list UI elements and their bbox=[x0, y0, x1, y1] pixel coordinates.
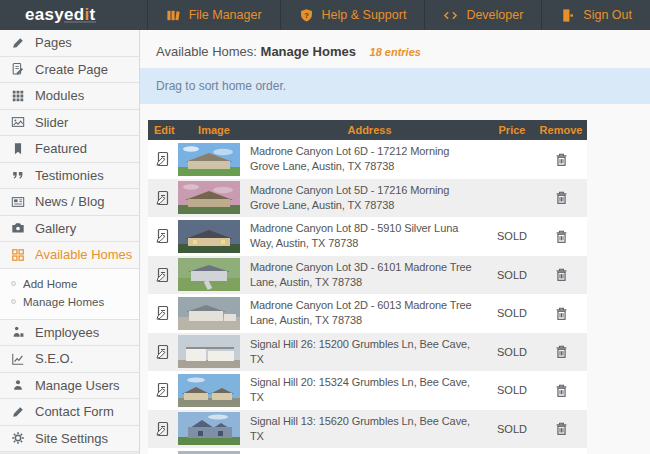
column-address: Address bbox=[250, 124, 489, 136]
sidebar-item-employees[interactable]: Employees bbox=[0, 320, 139, 347]
home-thumbnail[interactable] bbox=[178, 181, 250, 214]
home-thumbnail[interactable] bbox=[178, 412, 250, 445]
edit-icon[interactable] bbox=[155, 267, 171, 283]
page-title: Available Homes: Manage Homes 18 entries bbox=[156, 44, 421, 59]
sidebar-item-manage-users[interactable]: Manage Users bbox=[0, 373, 139, 400]
sidebar-label: Employees bbox=[35, 325, 99, 340]
home-price: SOLD bbox=[489, 423, 535, 435]
home-address: Madrone Canyon Lot 6D - 17212 Morning Gr… bbox=[250, 144, 489, 174]
trash-icon[interactable] bbox=[554, 383, 569, 398]
sidebar-sublabel: Manage Homes bbox=[23, 296, 104, 308]
brand-logo[interactable]: easyedit bbox=[25, 0, 95, 30]
trash-icon[interactable] bbox=[554, 152, 569, 167]
bookmark-icon bbox=[11, 142, 25, 156]
sidebar-item-news-blog[interactable]: News / Blog bbox=[0, 189, 139, 216]
table-row[interactable]: Madrone Canyon Lot 2D - 6013 Madrone Tre… bbox=[148, 294, 587, 333]
home-address: Madrone Canyon Lot 5D - 17216 Morning Gr… bbox=[250, 183, 489, 213]
topnav-label: File Manager bbox=[189, 8, 262, 22]
home-price: SOLD bbox=[489, 307, 535, 319]
trash-icon[interactable] bbox=[554, 421, 569, 436]
trash-icon[interactable] bbox=[554, 267, 569, 282]
trash-icon[interactable] bbox=[554, 344, 569, 359]
user-icon bbox=[11, 378, 25, 392]
sidebar-item-slider[interactable]: Slider bbox=[0, 110, 139, 137]
home-thumbnail[interactable] bbox=[178, 335, 250, 368]
entries-count: 18 entries bbox=[370, 46, 421, 58]
home-price: SOLD bbox=[489, 230, 535, 242]
help-icon: ? bbox=[299, 8, 314, 23]
table-row[interactable] bbox=[148, 448, 587, 454]
drag-sort-notice: Drag to sort home order. bbox=[140, 68, 650, 104]
slider-image-icon bbox=[11, 115, 25, 129]
quotes-icon bbox=[11, 168, 25, 182]
trash-icon[interactable] bbox=[554, 229, 569, 244]
sidebar-item-available-homes[interactable]: Available Homes bbox=[0, 242, 139, 269]
sidebar-label: Modules bbox=[35, 88, 84, 103]
homes-table: Edit Image Address Price Remove Madrone … bbox=[148, 120, 587, 454]
home-thumbnail[interactable] bbox=[178, 220, 250, 253]
trash-icon[interactable] bbox=[554, 190, 569, 205]
topnav-sign-out[interactable]: Sign Out bbox=[541, 0, 650, 30]
topnav-label: Help & Support bbox=[322, 8, 407, 22]
available-homes-submenu: Add Home Manage Homes bbox=[0, 269, 139, 320]
sidebar-label: Gallery bbox=[35, 221, 76, 236]
home-thumbnail[interactable] bbox=[178, 258, 250, 291]
home-address: Signal Hill 13: 15620 Grumbles Ln, Bee C… bbox=[250, 414, 489, 444]
brand-text-right: t bbox=[90, 5, 96, 25]
edit-icon[interactable] bbox=[155, 305, 171, 321]
employee-icon bbox=[11, 325, 25, 339]
topnav-file-manager[interactable]: File Manager bbox=[147, 0, 280, 30]
sidebar-item-create-page[interactable]: Create Page bbox=[0, 57, 139, 84]
table-row[interactable]: Madrone Canyon Lot 6D - 17212 Morning Gr… bbox=[148, 140, 587, 179]
column-price: Price bbox=[489, 124, 535, 136]
edit-icon[interactable] bbox=[155, 344, 171, 360]
table-row[interactable]: Madrone Canyon Lot 3D - 6101 Madrone Tre… bbox=[148, 256, 587, 295]
sidebar-label: Manage Users bbox=[35, 378, 120, 393]
modules-icon bbox=[11, 89, 25, 103]
sidebar-label: Featured bbox=[35, 141, 87, 156]
table-row[interactable]: Madrone Canyon Lot 8D - 5910 Silver Luna… bbox=[148, 217, 587, 256]
sidebar-subitem-manage-homes[interactable]: Manage Homes bbox=[0, 293, 139, 311]
table-row[interactable]: Signal Hill 20: 15324 Grumbles Ln, Bee C… bbox=[148, 371, 587, 410]
topnav-help-support[interactable]: ? Help & Support bbox=[280, 0, 425, 30]
home-thumbnail[interactable] bbox=[178, 143, 250, 176]
sidebar: Pages Create Page Modules Slider Feature… bbox=[0, 30, 140, 454]
column-remove: Remove bbox=[535, 124, 587, 136]
home-thumbnail[interactable] bbox=[178, 374, 250, 407]
sidebar-label: Slider bbox=[35, 115, 68, 130]
sidebar-item-site-settings[interactable]: Site Settings bbox=[0, 426, 139, 453]
sidebar-item-gallery[interactable]: Gallery bbox=[0, 216, 139, 243]
topnav-developer[interactable]: Developer bbox=[424, 0, 541, 30]
sidebar-subitem-add-home[interactable]: Add Home bbox=[0, 275, 139, 293]
sidebar-label: Pages bbox=[35, 35, 72, 50]
main-content: Available Homes: Manage Homes 18 entries… bbox=[140, 30, 650, 454]
create-page-icon bbox=[11, 62, 25, 76]
sidebar-item-pages[interactable]: Pages bbox=[0, 30, 139, 57]
edit-icon[interactable] bbox=[155, 228, 171, 244]
sidebar-item-featured[interactable]: Featured bbox=[0, 136, 139, 163]
sidebar-item-testimonies[interactable]: Testimonies bbox=[0, 163, 139, 190]
table-row[interactable]: Signal Hill 26: 15200 Grumbles Ln, Bee C… bbox=[148, 333, 587, 372]
home-address: Signal Hill 20: 15324 Grumbles Ln, Bee C… bbox=[250, 375, 489, 405]
edit-icon[interactable] bbox=[155, 151, 171, 167]
sidebar-item-modules[interactable]: Modules bbox=[0, 83, 139, 110]
table-row[interactable]: Signal Hill 13: 15620 Grumbles Ln, Bee C… bbox=[148, 410, 587, 449]
file-manager-icon bbox=[166, 8, 181, 23]
page-title-section: Manage Homes bbox=[261, 44, 356, 59]
edit-icon[interactable] bbox=[155, 421, 171, 437]
home-address: Madrone Canyon Lot 8D - 5910 Silver Luna… bbox=[250, 221, 489, 251]
sidebar-item-seo[interactable]: S.E.O. bbox=[0, 346, 139, 373]
home-price: SOLD bbox=[489, 384, 535, 396]
edit-icon[interactable] bbox=[155, 382, 171, 398]
home-thumbnail[interactable] bbox=[178, 297, 250, 330]
sidebar-item-contact-form[interactable]: Contact Form bbox=[0, 399, 139, 426]
topbar: easyedit File Manager ? Help & Support D… bbox=[0, 0, 650, 30]
edit-icon[interactable] bbox=[155, 190, 171, 206]
topnav-label: Developer bbox=[466, 8, 523, 22]
table-row[interactable]: Madrone Canyon Lot 5D - 17216 Morning Gr… bbox=[148, 179, 587, 218]
trash-icon[interactable] bbox=[554, 306, 569, 321]
topnav: File Manager ? Help & Support Developer … bbox=[147, 0, 650, 30]
home-address: Madrone Canyon Lot 3D - 6101 Madrone Tre… bbox=[250, 260, 489, 290]
sign-out-icon bbox=[560, 8, 575, 23]
newspaper-icon bbox=[11, 195, 25, 209]
